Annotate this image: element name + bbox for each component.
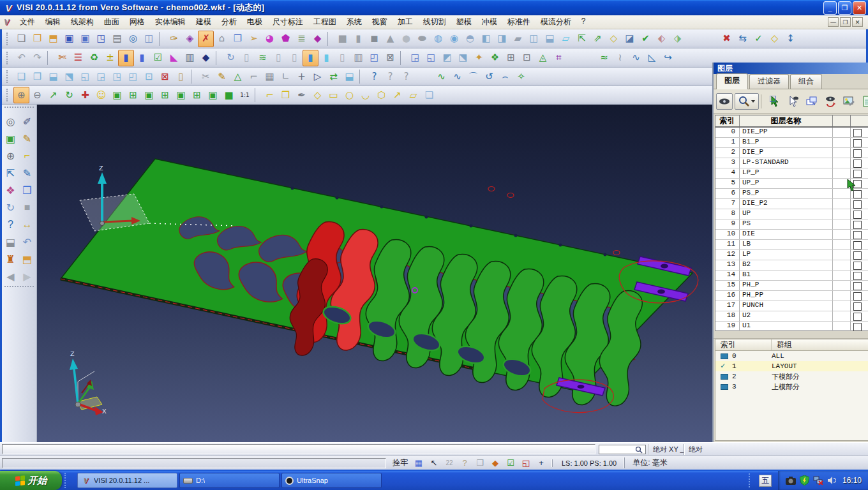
- layer-row-LP[interactable]: 12LP: [715, 250, 868, 260]
- cube-edit-1-button[interactable]: ❑: [13, 68, 29, 85]
- group-row-下模部分[interactable]: 2下模部分: [715, 371, 868, 382]
- select-visible-button[interactable]: [785, 93, 802, 110]
- help-tool-button[interactable]: ?: [3, 217, 19, 232]
- pattern-tool-button[interactable]: ❖: [487, 50, 503, 66]
- extrude-tool-button[interactable]: ◍: [430, 31, 446, 47]
- panel-splitter[interactable]: [714, 331, 868, 339]
- menu-item-17[interactable]: 冲模: [477, 15, 502, 29]
- nav-forward-button[interactable]: ▶: [19, 269, 35, 284]
- spark-tool-button[interactable]: ✦: [471, 50, 487, 66]
- export-folder-button[interactable]: ⬒: [19, 251, 35, 267]
- ribbed-b-button[interactable]: ▥: [350, 50, 366, 66]
- tail-wave-button[interactable]: ≈: [596, 50, 612, 66]
- layer-row-LP_P[interactable]: 4LP_P: [715, 168, 868, 179]
- layer-row-PS_P[interactable]: 6PS_P: [715, 189, 868, 199]
- frame-select-button[interactable]: ▣: [3, 131, 19, 146]
- deform-tool-button[interactable]: ⬖: [654, 31, 670, 47]
- menu-item-12[interactable]: 系统: [341, 15, 367, 29]
- menu-item-11[interactable]: 工程图: [308, 15, 341, 29]
- profile-arc-button[interactable]: ◡: [357, 87, 373, 103]
- axis-tool-button[interactable]: ✚: [77, 87, 93, 103]
- cylinder-active-button[interactable]: ▮: [303, 50, 318, 66]
- shield-solid-button[interactable]: ◆: [198, 50, 214, 66]
- help-entity-button[interactable]: ?: [398, 68, 414, 85]
- profile-skew-button[interactable]: ▱: [405, 87, 421, 103]
- box-primitive-button[interactable]: ■: [334, 31, 350, 47]
- capture-tray-icon[interactable]: [786, 476, 796, 485]
- zoom-preview-button[interactable]: [735, 93, 759, 110]
- undo-left-button[interactable]: ↶: [19, 234, 35, 249]
- toolbar-grip-bottom[interactable]: [4, 286, 34, 291]
- layer-visibility-checkbox[interactable]: [851, 311, 868, 321]
- check-mode[interactable]: ☑: [505, 458, 516, 468]
- new-file-button[interactable]: ❏: [13, 31, 29, 47]
- pencil-circle-button[interactable]: ✎: [214, 68, 230, 85]
- network-tray-icon[interactable]: [813, 476, 823, 485]
- layer-visibility-checkbox[interactable]: [851, 138, 868, 147]
- swap-direction-button[interactable]: ⇄: [326, 68, 341, 85]
- redo-button[interactable]: ↷: [29, 50, 45, 66]
- search-input[interactable]: [599, 446, 635, 454]
- layer-row-PS[interactable]: 9PS: [715, 219, 868, 230]
- new-layer-button[interactable]: [859, 93, 868, 110]
- right-tool-swap-button[interactable]: ⇆: [735, 31, 751, 47]
- layer-visibility-checkbox[interactable]: [851, 209, 868, 219]
- taskbar-task-2[interactable]: D:\: [179, 473, 280, 488]
- tab-filters[interactable]: 过滤器: [749, 74, 789, 89]
- layer-visibility-checkbox[interactable]: [851, 168, 868, 178]
- forklift-tool-button[interactable]: ♜: [3, 251, 19, 267]
- print-button[interactable]: ▤: [109, 31, 125, 47]
- grid-box-button[interactable]: ⊞: [503, 50, 519, 66]
- menu-item-2[interactable]: 编辑: [40, 15, 66, 29]
- profile-corner-button[interactable]: ⌐: [262, 87, 278, 103]
- cylinder-d-button[interactable]: ▯: [334, 50, 350, 66]
- layer-row-DIE_PP[interactable]: 0DIE_PP: [715, 128, 868, 138]
- fillet-tool-button[interactable]: ◪: [622, 31, 638, 47]
- menu-item-4[interactable]: 曲面: [99, 15, 124, 29]
- regen-tool-button[interactable]: ↻: [223, 50, 239, 66]
- layer-visibility-checkbox[interactable]: [851, 291, 868, 301]
- cylinder-cyan-button[interactable]: ▮: [318, 50, 334, 66]
- layer-row-PUNCH[interactable]: 17PUNCH: [715, 301, 868, 311]
- split-window-button[interactable]: ◫: [141, 31, 157, 47]
- delete-sketch-button[interactable]: ✗: [198, 31, 214, 47]
- corner-box-button[interactable]: ◰: [366, 50, 382, 66]
- tail-corner-button[interactable]: ◺: [644, 50, 660, 66]
- validate-tool-button[interactable]: ✔: [638, 31, 654, 47]
- group-row-ALL[interactable]: 0ALL: [715, 351, 868, 361]
- layer-visibility-checkbox[interactable]: [851, 301, 868, 311]
- blend-tool-button[interactable]: ⬗: [670, 31, 685, 47]
- nav-back-button[interactable]: ◀: [3, 269, 19, 284]
- layer-row-UP_P[interactable]: 5UP_P: [715, 179, 868, 189]
- rainbow-surface-button[interactable]: ◕: [262, 31, 278, 47]
- pan-view-button[interactable]: ↗: [45, 87, 61, 103]
- menu-item-16[interactable]: 塑模: [451, 15, 477, 29]
- refresh-view-button[interactable]: ↻: [3, 200, 19, 215]
- right-tool-confirm-button[interactable]: ✓: [751, 31, 767, 47]
- cube-center-button[interactable]: ⊡: [141, 68, 157, 85]
- select-layer-button[interactable]: [767, 93, 783, 110]
- revolve-tool-button[interactable]: ◉: [446, 31, 462, 47]
- visibility-eye-button[interactable]: [716, 93, 733, 110]
- trim-curves-button[interactable]: ✄: [54, 50, 70, 66]
- pencil-curve-button[interactable]: ✎: [19, 165, 35, 181]
- solid-mode[interactable]: ◆: [490, 458, 501, 468]
- tail-wire-button[interactable]: ≀: [612, 50, 628, 66]
- half-box-button[interactable]: ◩: [439, 50, 455, 66]
- layer-row-LB[interactable]: 11LB: [715, 240, 868, 250]
- dot-box-button[interactable]: ⊡: [519, 50, 535, 66]
- cube-corner-button[interactable]: ⬔: [61, 68, 77, 85]
- copy-to-layer-button[interactable]: [804, 93, 820, 110]
- tail-curve-button[interactable]: ∿: [628, 50, 644, 66]
- layer-visibility-checkbox[interactable]: [851, 250, 868, 260]
- help-disabled[interactable]: ?: [459, 458, 470, 468]
- ribbed-cylinder-button[interactable]: ▥: [182, 50, 198, 66]
- solid-magenta-button[interactable]: ⬟: [278, 31, 294, 47]
- play-select-button[interactable]: ▷: [310, 68, 326, 85]
- right-tool-flip-button[interactable]: ↕: [782, 31, 798, 47]
- cylinder-primitive-button[interactable]: ▮: [350, 31, 366, 47]
- curve-green-button[interactable]: ∿: [433, 68, 449, 85]
- plus-tool[interactable]: +: [535, 458, 547, 468]
- shield-tray-icon[interactable]: [800, 475, 809, 486]
- grid-toggle[interactable]: ▦: [413, 458, 424, 468]
